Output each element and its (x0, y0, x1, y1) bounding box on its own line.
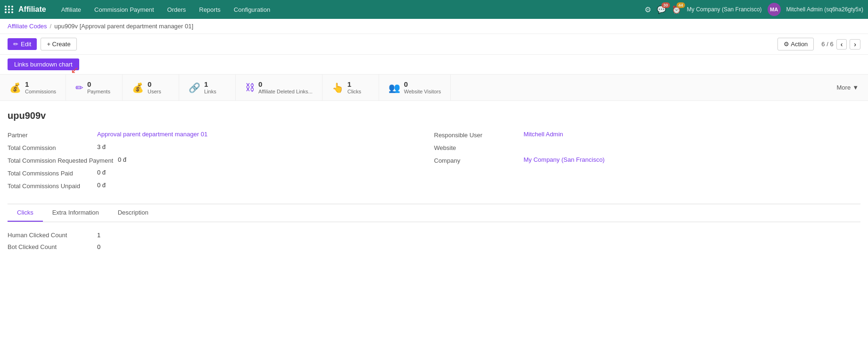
form-col-left: Partner Approval parent department manag… (8, 131, 434, 194)
main-content: upu909v Partner Approval parent departme… (0, 101, 868, 274)
smart-buttons-row: 💰 1 Commissions ✏ 0 Payments 💰 0 Users 🔗… (0, 74, 868, 101)
clicks-label: Clicks (347, 89, 361, 95)
clock-icon[interactable]: ⏰ 44 (672, 5, 681, 14)
human-clicked-count-label: Human Clicked Count (8, 232, 92, 239)
visitors-label: Website Visitors (404, 89, 441, 95)
commissions-icon: 💰 (9, 82, 21, 93)
breadcrumb-current: upu909v [Approval parent department mana… (54, 23, 193, 30)
bot-clicked-count-value: 0 (97, 243, 100, 250)
field-human-clicked-count: Human Clicked Count 1 (8, 232, 860, 239)
apps-menu-icon[interactable] (5, 6, 14, 13)
partner-label: Partner (8, 131, 92, 139)
field-responsible-user: Responsible User Mitchell Admin (434, 131, 861, 139)
smart-btn-links[interactable]: 🔗 1 Links (179, 75, 236, 100)
nav-links: Affiliate Commission Payment Orders Repo… (56, 3, 645, 16)
brand-name: Affiliate (18, 5, 46, 14)
clock-badge: 44 (677, 2, 685, 8)
field-company: Company My Company (San Francisco) (434, 156, 861, 164)
pagination-text: 6 / 6 (821, 41, 833, 48)
total-commissions-paid-label: Total Commissions Paid (8, 169, 92, 177)
chat-badge: 30 (661, 2, 670, 8)
prev-button[interactable]: ‹ (836, 39, 847, 50)
action-button[interactable]: ⚙ Action (777, 38, 814, 50)
total-commissions-unpaid-label: Total Commissions Unpaid (8, 182, 92, 190)
users-label: Users (148, 89, 161, 95)
field-partner: Partner Approval parent department manag… (8, 131, 434, 139)
tab-clicks[interactable]: Clicks (8, 204, 43, 222)
form-col-right: Responsible User Mitchell Admin Website … (434, 131, 861, 194)
breadcrumb-separator: / (50, 23, 52, 30)
edit-button[interactable]: ✏ Edit (8, 38, 37, 50)
total-commission-label: Total Commission (8, 143, 92, 151)
tab-extra-information[interactable]: Extra Information (43, 204, 108, 222)
nav-configuration[interactable]: Configuration (228, 3, 276, 16)
field-website: Website (434, 143, 861, 151)
payments-label: Payments (87, 89, 110, 95)
deleted-links-count: 0 (258, 80, 313, 89)
next-button[interactable]: › (850, 39, 860, 50)
breadcrumb: Affiliate Codes / upu909v [Approval pare… (0, 19, 868, 34)
field-total-commission: Total Commission 3 đ (8, 143, 434, 151)
create-button[interactable]: + Create (41, 38, 76, 50)
responsible-user-label: Responsible User (434, 131, 519, 139)
clicks-count: 1 (347, 80, 361, 89)
smart-btn-payments[interactable]: ✏ 0 Payments (66, 75, 123, 100)
tabs-container: Clicks Extra Information Description Hum… (8, 204, 860, 265)
field-total-commissions-unpaid: Total Commissions Unpaid 0 đ (8, 182, 434, 190)
burndown-section: Links burndown chart ↙ (0, 55, 868, 74)
commissions-count: 1 (25, 80, 56, 89)
total-commission-requested-value: 0 đ (118, 156, 126, 163)
company-label: Company (434, 156, 519, 164)
top-navigation: Affiliate Affiliate Commission Payment O… (0, 0, 868, 19)
field-bot-clicked-count: Bot Clicked Count 0 (8, 243, 860, 250)
toolbar: ✏ Edit + Create ⚙ Action 6 / 6 ‹ › (0, 34, 868, 55)
total-commission-requested-label: Total Commission Requested Payment (8, 156, 113, 164)
chevron-down-icon: ▼ (852, 84, 859, 91)
total-commissions-unpaid-value: 0 đ (97, 182, 106, 189)
burndown-button[interactable]: Links burndown chart (8, 58, 79, 70)
deleted-links-icon: ⛓ (245, 82, 255, 93)
form-section: Partner Approval parent department manag… (8, 131, 860, 194)
smart-btn-deleted-links[interactable]: ⛓ 0 Affiliate Deleted Links... (236, 75, 322, 100)
total-commission-value: 3 đ (97, 143, 106, 150)
more-button[interactable]: More ▼ (827, 75, 868, 100)
nav-commission-payment[interactable]: Commission Payment (89, 3, 159, 16)
commissions-label: Commissions (25, 89, 56, 95)
tab-clicks-content: Human Clicked Count 1 Bot Clicked Count … (8, 222, 860, 265)
record-title: upu909v (8, 110, 860, 121)
links-count: 1 (204, 80, 216, 89)
users-count: 0 (148, 80, 161, 89)
field-total-commissions-paid: Total Commissions Paid 0 đ (8, 169, 434, 177)
bot-clicked-count-label: Bot Clicked Count (8, 243, 92, 250)
nav-orders[interactable]: Orders (162, 3, 192, 16)
user-name: Mitchell Admin (sq6ha26gty5x) (786, 6, 863, 13)
payments-count: 0 (87, 80, 110, 89)
user-avatar[interactable]: MA (768, 3, 781, 16)
users-icon: 💰 (132, 82, 144, 93)
tabs-row: Clicks Extra Information Description (8, 204, 860, 222)
chat-icon[interactable]: 💬 30 (657, 5, 666, 14)
settings-icon[interactable]: ⚙ (645, 5, 651, 14)
tab-description[interactable]: Description (108, 204, 158, 222)
company-value[interactable]: My Company (San Francisco) (524, 156, 605, 163)
edit-icon: ✏ (13, 41, 18, 48)
total-commissions-paid-value: 0 đ (97, 169, 106, 176)
deleted-links-label: Affiliate Deleted Links... (258, 89, 313, 95)
nav-reports[interactable]: Reports (193, 3, 226, 16)
responsible-user-value[interactable]: Mitchell Admin (524, 131, 563, 138)
smart-btn-users[interactable]: 💰 0 Users (123, 75, 179, 100)
payments-icon: ✏ (75, 82, 83, 93)
nav-right: ⚙ 💬 30 ⏰ 44 My Company (San Francisco) M… (645, 3, 863, 16)
partner-value[interactable]: Approval parent department manager 01 (97, 131, 207, 138)
clicks-icon: 👆 (332, 82, 344, 93)
visitors-count: 0 (404, 80, 441, 89)
website-label: Website (434, 143, 519, 151)
smart-btn-commissions[interactable]: 💰 1 Commissions (0, 75, 66, 100)
smart-btn-clicks[interactable]: 👆 1 Clicks (322, 75, 379, 100)
visitors-icon: 👥 (389, 82, 400, 93)
links-label: Links (204, 89, 216, 95)
nav-affiliate[interactable]: Affiliate (56, 3, 87, 16)
field-total-commission-requested: Total Commission Requested Payment 0 đ (8, 156, 434, 164)
smart-btn-visitors[interactable]: 👥 0 Website Visitors (379, 75, 451, 100)
breadcrumb-parent[interactable]: Affiliate Codes (8, 23, 47, 30)
